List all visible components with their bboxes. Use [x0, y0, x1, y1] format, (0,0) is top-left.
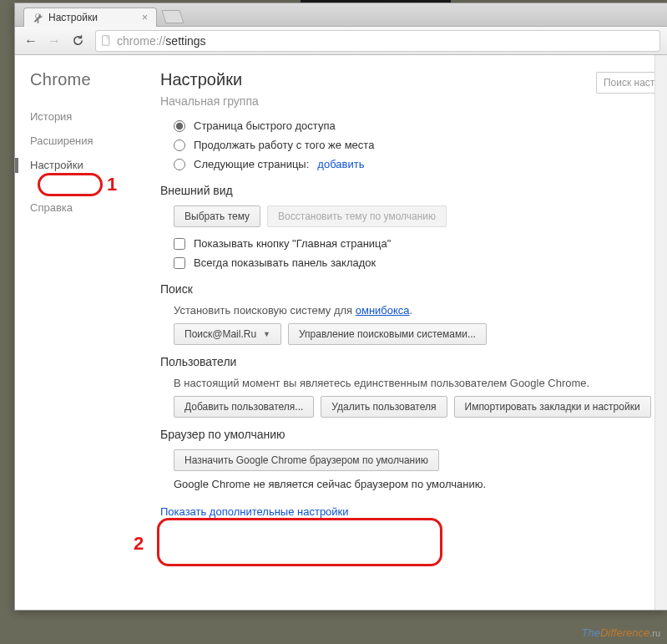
section-title-search: Поиск	[160, 282, 667, 296]
annotation-label-1: 1	[107, 174, 117, 195]
select-value: Поиск@Mail.Ru	[184, 328, 256, 340]
page-title: Настройки	[160, 70, 242, 89]
radio-label: Следующие страницы:	[194, 158, 309, 170]
vertical-scrollbar[interactable]	[654, 55, 667, 610]
show-home-checkbox[interactable]	[174, 238, 185, 250]
radio-pages[interactable]	[174, 159, 185, 170]
import-bookmarks-button[interactable]: Импортировать закладки и настройки	[454, 396, 651, 418]
tab-title: Настройки	[48, 12, 98, 23]
back-button[interactable]: ←	[22, 32, 40, 50]
users-desc: В настоящий момент вы являетесь единстве…	[160, 377, 667, 389]
checkbox-label: Всегда показывать панель закладок	[194, 256, 376, 269]
section-title-users: Пользователи	[160, 355, 667, 368]
new-tab-button[interactable]	[161, 10, 184, 23]
radio-continue[interactable]	[174, 139, 185, 151]
section-title-startup: Начальная группа	[160, 94, 667, 108]
sidebar-item-help[interactable]: Справка	[30, 195, 140, 220]
annotation-label-2: 2	[134, 533, 144, 555]
add-user-button[interactable]: Добавить пользователя...	[174, 396, 314, 418]
add-pages-link[interactable]: добавить	[317, 158, 364, 170]
tab-strip: Настройки ×	[15, 3, 667, 27]
startup-option-continue[interactable]: Продолжать работу с того же места	[160, 135, 667, 155]
radio-quick-access[interactable]	[174, 120, 185, 132]
browser-tab[interactable]: Настройки ×	[23, 8, 157, 27]
startup-option-quick[interactable]: Страница быстрого доступа	[160, 116, 667, 135]
sidebar-item-history[interactable]: История	[30, 104, 140, 129]
close-icon[interactable]: ×	[142, 12, 148, 23]
show-home-checkbox-row[interactable]: Показывать кнопку "Главная страница"	[160, 234, 667, 253]
show-advanced-link[interactable]: Показать дополнительные настройки	[160, 505, 349, 518]
default-browser-status: Google Chrome не является сейчас браузер…	[160, 478, 667, 490]
radio-label: Страница быстрого доступа	[194, 119, 336, 132]
forward-button[interactable]: →	[45, 32, 63, 50]
omnibox[interactable]: chrome://settings	[95, 30, 660, 52]
bookmarks-bar-checkbox-row[interactable]: Всегда показывать панель закладок	[160, 253, 667, 272]
browser-window: Настройки × ← → chrome://settings Chrome…	[14, 3, 667, 611]
nav-bar: ← → chrome://settings	[15, 27, 667, 55]
sidebar-item-extensions[interactable]: Расширения	[30, 129, 140, 153]
chevron-down-icon: ▼	[263, 330, 270, 338]
section-title-appearance: Внешний вид	[160, 184, 667, 197]
watermark: TheDifference.ru	[582, 626, 661, 639]
url-scheme: chrome://	[117, 34, 165, 48]
startup-option-pages[interactable]: Следующие страницы: добавить	[160, 155, 667, 174]
sidebar-item-label: Настройки	[30, 159, 83, 171]
sidebar: Chrome История Расширения Настройки Спра…	[15, 55, 140, 610]
checkbox-label: Показывать кнопку "Главная страница"	[194, 237, 391, 250]
search-engine-select[interactable]: Поиск@Mail.Ru ▼	[174, 323, 281, 345]
page-icon	[101, 35, 112, 46]
url-path: settings	[165, 34, 205, 48]
make-default-browser-button[interactable]: Назначить Google Chrome браузером по умо…	[174, 449, 439, 471]
content-area: Chrome История Расширения Настройки Спра…	[15, 55, 667, 610]
section-title-default-browser: Браузер по умолчанию	[160, 428, 667, 441]
omnibox-link[interactable]: омнибокса	[356, 304, 410, 317]
search-desc: Установить поисковую систему для	[174, 304, 356, 317]
active-marker	[15, 158, 18, 173]
choose-theme-button[interactable]: Выбрать тему	[174, 205, 260, 227]
restore-theme-button: Восстановить тему по умолчанию	[267, 205, 447, 227]
svg-rect-0	[103, 36, 109, 45]
settings-main: Настройки Поиск настр Начальная группа С…	[140, 55, 667, 610]
wrench-icon	[33, 13, 43, 23]
sidebar-brand: Chrome	[30, 70, 140, 89]
delete-user-button[interactable]: Удалить пользователя	[321, 396, 447, 418]
sidebar-item-settings[interactable]: Настройки	[30, 153, 140, 177]
manage-search-engines-button[interactable]: Управление поисковыми системами...	[288, 323, 487, 345]
reload-button[interactable]	[68, 32, 87, 50]
bookmarks-bar-checkbox[interactable]	[174, 257, 185, 269]
radio-label: Продолжать работу с того же места	[194, 139, 374, 151]
